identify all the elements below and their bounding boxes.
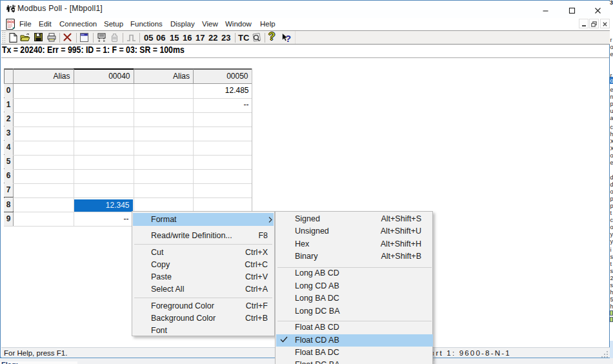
svg-text:DOC: DOC bbox=[8, 20, 15, 24]
